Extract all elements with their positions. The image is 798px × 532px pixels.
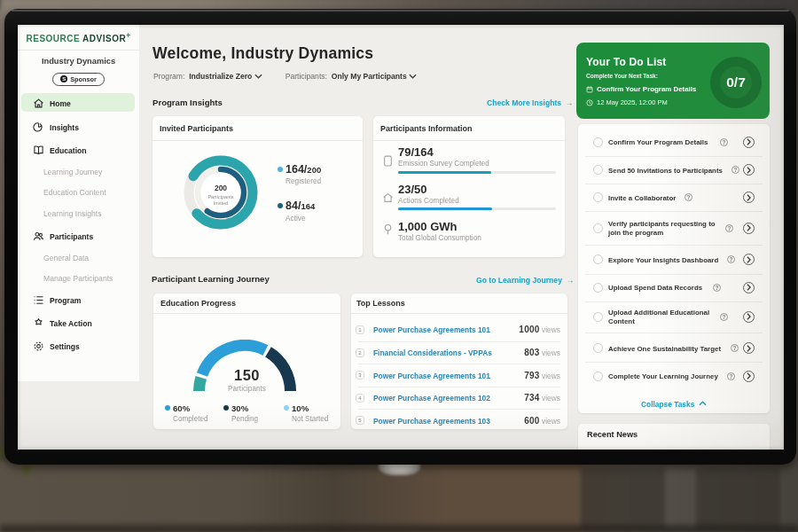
svg-text:Participants: Participants [207, 194, 233, 200]
svg-text:200: 200 [215, 184, 227, 192]
svg-text:Invited: Invited [214, 200, 228, 206]
